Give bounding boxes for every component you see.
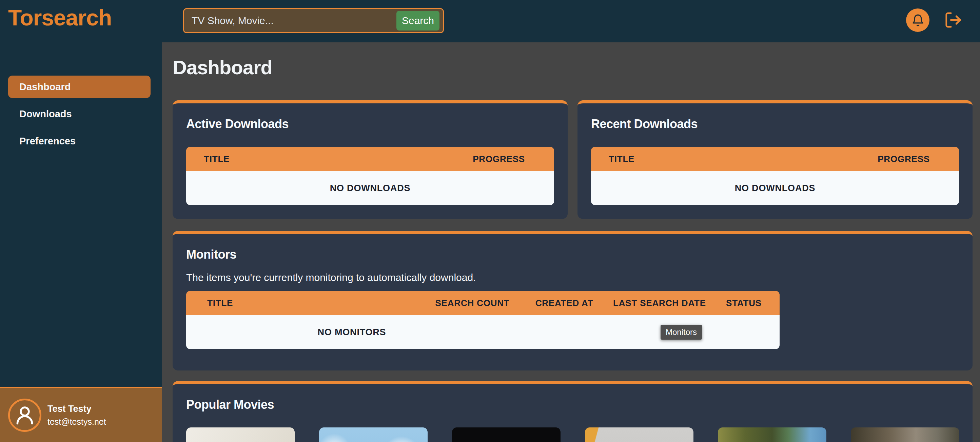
user-info: Test Testy test@testys.net [48, 404, 106, 427]
column-header-progress: PROGRESS [473, 154, 554, 164]
movie-poster[interactable] [452, 428, 560, 442]
topbar: Torsearch Search [0, 0, 980, 42]
user-email: test@testys.net [48, 417, 106, 427]
avatar [8, 399, 41, 432]
column-header-title: TITLE [591, 154, 878, 164]
recent-downloads-card: Recent Downloads TITLE PROGRESS NO DOWNL… [578, 100, 972, 219]
main-content: Dashboard Active Downloads TITLE PROGRES… [162, 42, 980, 442]
active-downloads-card: Active Downloads TITLE PROGRESS NO DOWNL… [173, 100, 568, 219]
sidebar-item-preferences[interactable]: Preferences [8, 130, 151, 152]
popular-movies-title: Popular Movies [186, 397, 959, 412]
monitors-tooltip: Monitors [660, 325, 702, 340]
monitors-description: The items you're currently monitoring to… [186, 272, 959, 283]
monitors-table: TITLE SEARCH COUNT CREATED AT LAST SEARC… [186, 291, 780, 349]
table-body: NO DOWNLOADS [186, 171, 554, 205]
movie-poster[interactable] [718, 428, 826, 442]
recent-downloads-table: TITLE PROGRESS NO DOWNLOADS [591, 147, 959, 205]
app-root: Torsearch Search [0, 0, 980, 442]
empty-state-text: NO MONITORS [186, 327, 517, 338]
column-header-status: STATUS [708, 298, 780, 308]
movie-poster[interactable] [319, 428, 428, 442]
downloads-cards-row: Active Downloads TITLE PROGRESS NO DOWNL… [173, 100, 972, 219]
monitors-card: Monitors The items you're currently moni… [173, 231, 972, 370]
column-header-title: TITLE [186, 154, 473, 164]
popular-movies-card: Popular Movies [173, 381, 972, 442]
column-header-title: TITLE [186, 298, 427, 308]
bell-icon [912, 14, 924, 27]
movie-poster[interactable] [186, 428, 295, 442]
empty-state-text: NO DOWNLOADS [591, 183, 959, 194]
sidebar-item-downloads[interactable]: Downloads [8, 103, 151, 125]
sidebar-nav: Dashboard Downloads Preferences [8, 76, 151, 157]
column-header-search-count: SEARCH COUNT [427, 298, 517, 308]
active-downloads-table: TITLE PROGRESS NO DOWNLOADS [186, 147, 554, 205]
poster-row [186, 428, 959, 442]
sidebar-item-dashboard[interactable]: Dashboard [8, 76, 151, 98]
table-header-row: TITLE SEARCH COUNT CREATED AT LAST SEARC… [186, 291, 780, 315]
sidebar: Dashboard Downloads Preferences Test Tes… [0, 42, 162, 442]
movie-poster[interactable] [585, 428, 694, 442]
column-header-progress: PROGRESS [878, 154, 959, 164]
logout-button[interactable] [943, 10, 963, 30]
notifications-button[interactable] [906, 8, 929, 32]
search-form: Search [183, 8, 444, 33]
user-name: Test Testy [48, 404, 106, 414]
user-footer[interactable]: Test Testy test@testys.net [0, 387, 162, 442]
empty-state-text: NO DOWNLOADS [186, 183, 554, 194]
active-downloads-title: Active Downloads [186, 117, 554, 131]
column-header-last-search-date: LAST SEARCH DATE [611, 298, 708, 308]
table-header-row: TITLE PROGRESS [591, 147, 959, 171]
table-header-row: TITLE PROGRESS [186, 147, 554, 171]
recent-downloads-title: Recent Downloads [591, 117, 959, 131]
column-header-created-at: CREATED AT [517, 298, 611, 308]
monitors-title: Monitors [186, 248, 959, 262]
logout-icon [944, 11, 963, 29]
table-body: NO DOWNLOADS [591, 171, 959, 205]
search-button[interactable]: Search [396, 11, 439, 30]
page-title: Dashboard [173, 56, 972, 79]
movie-poster[interactable] [851, 428, 959, 442]
person-icon [13, 403, 37, 427]
app-logo[interactable]: Torsearch [8, 5, 111, 30]
